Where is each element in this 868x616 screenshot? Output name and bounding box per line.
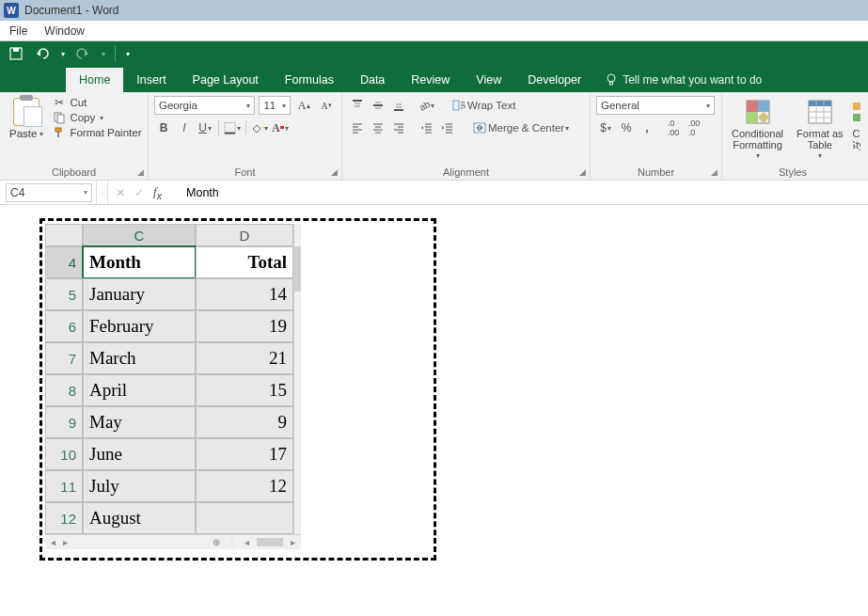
align-center-button[interactable] <box>369 118 387 137</box>
align-top-button[interactable] <box>348 96 367 115</box>
cell-d6[interactable]: 19 <box>196 310 293 342</box>
sheet-nav-prev-icon[interactable]: ◂ <box>51 537 55 547</box>
select-all-corner[interactable] <box>45 224 83 246</box>
cell-c8[interactable]: April <box>83 374 196 406</box>
cut-button[interactable]: ✂Cut <box>53 96 141 109</box>
font-color-button[interactable]: A▾ <box>271 118 290 137</box>
row-header-5[interactable]: 5 <box>45 278 83 310</box>
format-as-table-button[interactable]: Format as Table▾ <box>793 96 847 163</box>
comma-format-button[interactable]: , <box>638 118 656 137</box>
copy-button[interactable]: Copy▾ <box>53 111 141 124</box>
increase-indent-button[interactable] <box>438 118 457 137</box>
tab-formulas[interactable]: Formulas <box>272 68 347 92</box>
tab-review[interactable]: Review <box>398 68 463 92</box>
cell-d4[interactable]: Total <box>196 246 293 278</box>
vertical-scrollbar[interactable] <box>293 224 301 534</box>
increase-decimal-button[interactable]: .0.00 <box>664 118 683 137</box>
fill-color-button[interactable]: ▾ <box>250 118 269 137</box>
tab-scroll-handle[interactable]: ⋮ <box>228 537 237 547</box>
wrap-text-button[interactable]: Wrap Text <box>448 96 520 115</box>
redo-button[interactable] <box>74 45 91 62</box>
decrease-font-button[interactable]: A▾ <box>317 96 336 115</box>
conditional-formatting-button[interactable]: Conditional Formatting▾ <box>728 96 787 163</box>
cancel-formula-icon[interactable]: ✕ <box>116 186 125 199</box>
enter-formula-icon[interactable]: ✓ <box>134 186 144 199</box>
row-header-7[interactable]: 7 <box>45 342 83 374</box>
dialog-launcher-icon[interactable]: ◢ <box>711 167 718 177</box>
column-header-d[interactable]: D <box>196 224 293 246</box>
spreadsheet-grid[interactable]: C D 4 Month Total 5 January 14 6 Februar… <box>45 224 431 555</box>
undo-dropdown-icon[interactable]: ▾ <box>61 50 65 58</box>
embedded-object-frame[interactable]: C D 4 Month Total 5 January 14 6 Februar… <box>39 218 436 561</box>
tab-view[interactable]: View <box>463 68 514 92</box>
borders-button[interactable]: ▾ <box>223 118 242 137</box>
bold-button[interactable]: B <box>154 118 173 137</box>
cell-c6[interactable]: February <box>83 310 196 342</box>
number-format-combo[interactable]: General▾ <box>596 96 715 115</box>
name-box-handle[interactable]: ⋮ <box>96 181 107 204</box>
align-left-button[interactable] <box>348 118 367 137</box>
hscroll-left-icon[interactable]: ◂ <box>245 537 249 547</box>
cell-d11[interactable]: 12 <box>196 470 293 502</box>
row-header-4[interactable]: 4 <box>45 246 83 278</box>
cell-c7[interactable]: March <box>83 342 196 374</box>
menu-window[interactable]: Window <box>44 24 85 38</box>
row-header-12[interactable]: 12 <box>45 502 83 534</box>
undo-button[interactable] <box>34 45 51 62</box>
align-middle-button[interactable] <box>369 96 387 115</box>
tab-developer[interactable]: Developer <box>514 68 594 92</box>
tab-page-layout[interactable]: Page Layout <box>180 68 272 92</box>
column-header-c[interactable]: C <box>83 224 196 246</box>
cell-c4[interactable]: Month <box>83 246 196 278</box>
redo-dropdown-icon[interactable]: ▾ <box>102 50 105 58</box>
save-icon[interactable] <box>8 45 24 62</box>
cell-c12[interactable]: August <box>83 502 196 534</box>
menu-file[interactable]: File <box>9 24 27 38</box>
format-painter-button[interactable]: Format Painter <box>53 126 141 139</box>
cell-c10[interactable]: June <box>83 438 196 470</box>
cell-d9[interactable]: 9 <box>196 406 293 438</box>
cell-c5[interactable]: January <box>83 278 196 310</box>
row-header-9[interactable]: 9 <box>45 406 83 438</box>
increase-font-button[interactable]: A▴ <box>294 96 313 115</box>
orientation-button[interactable]: ab▾ <box>418 96 436 115</box>
row-header-8[interactable]: 8 <box>45 374 83 406</box>
cell-styles-button[interactable]: C Sty <box>853 96 860 152</box>
merge-center-button[interactable]: Merge & Center ▾ <box>468 118 574 137</box>
dialog-launcher-icon[interactable]: ◢ <box>331 167 338 177</box>
cell-c9[interactable]: May <box>83 406 196 438</box>
row-header-6[interactable]: 6 <box>45 310 83 342</box>
cell-c11[interactable]: July <box>83 470 196 502</box>
sheet-nav-next-icon[interactable]: ▸ <box>63 537 68 547</box>
dialog-launcher-icon[interactable]: ◢ <box>579 167 586 177</box>
cell-d8[interactable]: 15 <box>196 374 293 406</box>
align-right-button[interactable] <box>389 118 408 137</box>
tab-insert[interactable]: Insert <box>123 68 179 92</box>
percent-format-button[interactable]: % <box>617 118 636 137</box>
cell-d12[interactable] <box>196 502 293 534</box>
cell-d5[interactable]: 14 <box>196 278 293 310</box>
font-name-combo[interactable]: Georgia▾ <box>154 96 255 115</box>
tell-me-search[interactable]: Tell me what you want to do <box>606 73 762 92</box>
accounting-format-button[interactable]: $▾ <box>596 118 615 137</box>
hscroll-thumb[interactable] <box>257 538 283 546</box>
scrollbar-thumb[interactable] <box>294 246 301 292</box>
new-sheet-icon[interactable]: ⊕ <box>213 537 220 547</box>
font-size-combo[interactable]: 11▾ <box>259 96 291 115</box>
row-header-11[interactable]: 11 <box>45 470 83 502</box>
qat-customize-icon[interactable]: ▾ <box>126 50 130 58</box>
name-box[interactable]: C4 ▾ <box>6 183 92 202</box>
decrease-indent-button[interactable] <box>418 118 436 137</box>
fx-icon[interactable]: fx <box>153 184 162 201</box>
paste-button[interactable]: Paste▾ <box>6 96 47 141</box>
dialog-launcher-icon[interactable]: ◢ <box>137 167 144 177</box>
formula-input[interactable] <box>169 186 639 199</box>
cell-d7[interactable]: 21 <box>196 342 293 374</box>
cell-d10[interactable]: 17 <box>196 438 293 470</box>
decrease-decimal-button[interactable]: .00.0 <box>685 118 703 137</box>
tab-data[interactable]: Data <box>347 68 398 92</box>
row-header-10[interactable]: 10 <box>45 438 83 470</box>
tab-home[interactable]: Home <box>66 68 123 92</box>
align-bottom-button[interactable] <box>389 96 408 115</box>
italic-button[interactable]: I <box>175 118 194 137</box>
